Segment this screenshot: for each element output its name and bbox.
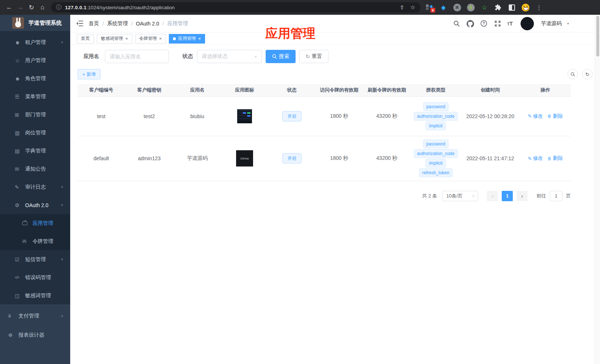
app-name-label: 应用名: [83, 53, 99, 60]
tab-token-management[interactable]: 令牌管理 ×: [135, 34, 166, 44]
bookmark-star-icon[interactable]: ☆: [410, 4, 415, 11]
github-button[interactable]: [466, 20, 474, 28]
sidebar-item-oauth-token[interactable]: (A) 令牌管理: [0, 232, 70, 250]
search-button[interactable]: 搜索: [266, 50, 296, 63]
extensions-puzzle-button[interactable]: [494, 3, 502, 11]
browser-refresh-button[interactable]: ↻: [26, 2, 37, 13]
next-page-button[interactable]: ›: [517, 191, 528, 201]
status-badge: 开启: [282, 111, 301, 121]
sidebar-fold-button[interactable]: [76, 20, 83, 27]
browser-back-button[interactable]: ←: [4, 2, 15, 13]
close-icon[interactable]: ×: [159, 36, 162, 41]
user-dropdown-caret-icon[interactable]: ▾: [567, 21, 569, 25]
tab-application-management[interactable]: 应用管理 ×: [169, 34, 205, 44]
fullscreen-icon: [494, 20, 501, 27]
sidebar-item-role[interactable]: ☻ 角色管理: [0, 69, 70, 87]
breadcrumb-oauth[interactable]: OAuth 2.0: [136, 21, 159, 27]
tab-label: 敏感词管理: [101, 35, 123, 42]
grant-type-tag: authorization_code: [414, 149, 458, 158]
site-info-icon[interactable]: ⓘ: [56, 4, 61, 11]
sidebar-item-menu[interactable]: ☰ 菜单管理: [0, 87, 70, 106]
trash-icon: [547, 156, 552, 161]
goto-page-input[interactable]: [550, 191, 562, 201]
url-bar[interactable]: ⓘ 127.0.0.1:1024/system/oauth2/oauth2/ap…: [51, 2, 420, 13]
username[interactable]: 芋道源码: [541, 20, 562, 27]
cell-created: 2022-05-12 00:28:20: [461, 96, 520, 136]
page-number-1[interactable]: 1: [502, 191, 513, 201]
status-select[interactable]: 请选择状态 ∨: [197, 50, 262, 63]
sidebar-item-errorcode[interactable]: </> 错误码管理: [0, 268, 70, 286]
sidebar-item-oauth-application[interactable]: 应用管理: [0, 214, 70, 232]
sidebar-item-report-designer[interactable]: ☸ 报表设计器: [0, 326, 70, 345]
close-icon[interactable]: ×: [198, 36, 201, 41]
chevron-down-icon: ∨: [61, 257, 64, 261]
sidebar-item-sms[interactable]: ☑ 短信管理 ∨: [0, 250, 70, 268]
browser-forward-button[interactable]: →: [15, 2, 26, 13]
dict-book-icon: ▤: [15, 148, 25, 154]
delete-link[interactable]: 删除: [547, 113, 563, 120]
breadcrumb-system[interactable]: 系统管理: [107, 20, 128, 27]
edit-link[interactable]: ✎修改: [528, 155, 543, 162]
url-host: 127.0.0.1: [65, 5, 86, 10]
reset-button[interactable]: ↻ 重置: [299, 50, 328, 63]
extension-tiles-icon[interactable]: ◆ 9: [426, 3, 434, 11]
status-badge: 开启: [282, 153, 301, 164]
app-name-input[interactable]: [105, 50, 169, 63]
table-row: default admin123 芋道源码 GitHub 开启 1800 秒 4…: [78, 136, 571, 181]
sidebar-item-post[interactable]: ▥ 岗位管理: [0, 124, 70, 142]
sidebar-item-audit[interactable]: ✎ 审计日志 ∨: [0, 178, 70, 196]
app-logo[interactable]: 芋道管理系统: [0, 15, 70, 31]
delete-link[interactable]: 删除: [547, 155, 563, 162]
scrollbar[interactable]: [595, 15, 600, 364]
search-button[interactable]: [453, 20, 461, 28]
trash-icon: [547, 114, 552, 119]
page-size-value: 10条/页: [446, 193, 463, 199]
edit-link[interactable]: ✎修改: [528, 113, 543, 120]
search-icon: [570, 72, 575, 77]
table-tools: ↻: [567, 69, 593, 79]
prev-page-button[interactable]: ‹: [487, 191, 498, 201]
sidebar-item-oauth[interactable]: ⚙ OAuth 2.0 ∧: [0, 196, 70, 214]
delete-label: 删除: [553, 113, 563, 120]
fullscreen-button[interactable]: [494, 20, 502, 28]
dept-org-icon: ⊞: [15, 112, 25, 118]
extension-contrast-icon[interactable]: [508, 3, 516, 11]
close-icon[interactable]: ×: [125, 36, 128, 41]
audit-log-icon: ✎: [15, 184, 25, 190]
browser-menu-button[interactable]: ⋮: [535, 3, 543, 11]
sidebar: 芋道管理系统 ☻ 租户管理 ∨ ☺ 用户管理 ☻ 角色管理 ☰: [0, 15, 70, 364]
sidebar-item-notice[interactable]: ✉ 通知公告: [0, 160, 70, 178]
sidebar-item-tenant[interactable]: ☻ 租户管理 ∨: [0, 33, 70, 51]
app-title: 芋道管理系统: [28, 20, 62, 27]
toggle-search-button[interactable]: [567, 69, 578, 79]
sidebar-item-dept[interactable]: ⊞ 部门管理: [0, 106, 70, 124]
tab-home[interactable]: 首页: [77, 34, 94, 44]
sidebar-item-sensitive[interactable]: ◫ 敏感词管理: [0, 286, 70, 305]
breadcrumb-home[interactable]: 首页: [89, 20, 99, 27]
sidebar-item-label: 支付管理: [18, 313, 39, 319]
question-circle-icon: ?: [480, 20, 487, 27]
cell-app-name: 芋道源码: [174, 136, 221, 181]
sidebar-item-user[interactable]: ☺ 用户管理: [0, 51, 70, 69]
profile-avatar-button[interactable]: [521, 3, 529, 11]
user-avatar[interactable]: [521, 17, 534, 30]
add-button[interactable]: + 新增: [78, 69, 100, 79]
refresh-table-button[interactable]: ↻: [582, 69, 593, 79]
help-button[interactable]: ?: [480, 20, 488, 28]
share-icon[interactable]: ⇧: [400, 4, 405, 11]
extension-green-star-icon[interactable]: ☆: [480, 3, 488, 11]
extension-command-icon[interactable]: ⌘: [453, 3, 461, 11]
extension-gem-icon[interactable]: ◆: [439, 3, 447, 11]
extension-record-icon[interactable]: [467, 3, 475, 11]
sidebar-item-dict[interactable]: ▤ 字典管理: [0, 142, 70, 160]
font-size-button[interactable]: TT: [507, 20, 513, 27]
sidebar-item-pay[interactable]: ¥ 支付管理 ∨: [0, 306, 70, 326]
add-button-label: 新增: [87, 71, 96, 78]
page-size-select[interactable]: 10条/页 ∨: [442, 191, 478, 201]
green-star-icon: ☆: [481, 4, 487, 11]
tab-sensitive-words[interactable]: 敏感词管理 ×: [97, 34, 132, 44]
browser-home-button[interactable]: ⌂: [37, 2, 48, 13]
edit-label: 修改: [533, 113, 543, 120]
active-dot-icon: [173, 37, 176, 40]
scrollbar-thumb[interactable]: [596, 16, 599, 56]
